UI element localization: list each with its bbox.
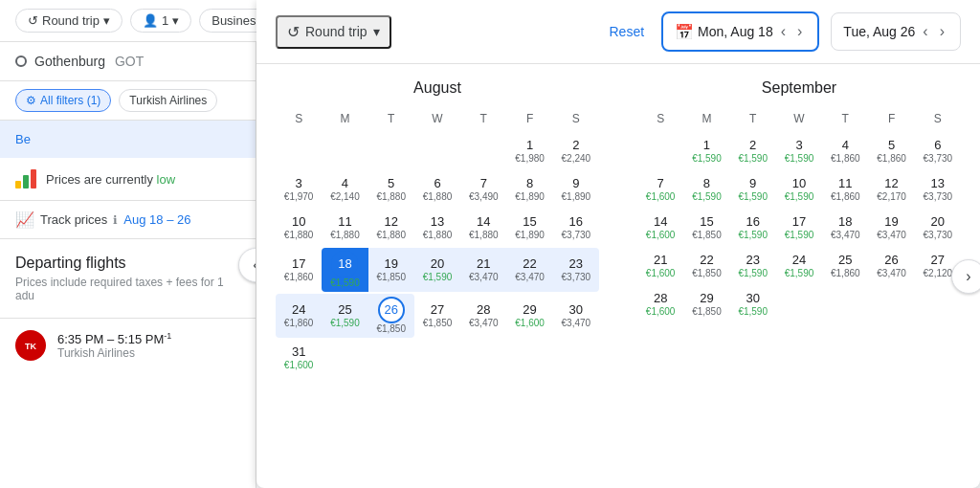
sep-day-12[interactable]: 12€2,170 (868, 171, 914, 208)
aug-day-6[interactable]: 6€1,880 (414, 171, 460, 208)
aug-empty (276, 133, 322, 169)
aug-day-12[interactable]: 12€1,880 (368, 210, 414, 246)
aug-day-5[interactable]: 5€1,880 (368, 171, 414, 208)
start-date-prev-button[interactable]: ‹ (777, 19, 790, 44)
start-date-selector[interactable]: 📅 Mon, Aug 18 ‹ › (661, 11, 819, 52)
sep-day-9[interactable]: 9€1,590 (730, 171, 776, 208)
sep-day-22[interactable]: 22€1,850 (683, 248, 729, 284)
roundtrip-button[interactable]: ↺ Round trip ▾ (15, 9, 122, 33)
aug-day-8[interactable]: 8€1,890 (506, 171, 552, 208)
sep-day-17[interactable]: 17€1,590 (776, 210, 822, 246)
sep-day-25[interactable]: 25€1,860 (822, 248, 868, 284)
sep-day-18[interactable]: 18€3,470 (822, 210, 868, 246)
passengers-chevron: ▾ (172, 13, 179, 28)
aug-day-10[interactable]: 10€1,880 (276, 210, 322, 246)
sep-day-3[interactable]: 3€1,590 (776, 133, 822, 169)
sep-day-10[interactable]: 10€1,590 (776, 171, 822, 208)
sep-day-6[interactable]: 6€3,730 (915, 133, 961, 169)
all-filters-button[interactable]: ⚙ All filters (1) (15, 89, 111, 112)
aug-day-20[interactable]: 20€1,590 (414, 248, 460, 292)
end-date-selector[interactable]: Tue, Aug 26 ‹ › (831, 12, 961, 51)
calendar-icon: 📅 (675, 23, 694, 41)
reset-button[interactable]: Reset (604, 18, 651, 45)
aug-day-25[interactable]: 25€1,590 (322, 294, 368, 338)
flight-card[interactable]: TK 6:35 PM – 5:15 PM-1 Turkish Airlines (0, 318, 256, 372)
passengers-button[interactable]: 👤 1 ▾ (130, 9, 191, 33)
aug-day-13[interactable]: 13€1,880 (414, 210, 460, 246)
aug-week-3: 10€1,880 11€1,880 12€1,880 13€1,880 14€1… (276, 210, 599, 246)
aug-empty (553, 340, 599, 376)
aug-day-27[interactable]: 27€1,850 (414, 294, 460, 338)
track-text: Track prices (40, 212, 107, 227)
sep-day-4[interactable]: 4€1,860 (822, 133, 868, 169)
aug-day-26[interactable]: 26 €1,850 (368, 294, 414, 338)
aug-day-1[interactable]: 1€1,980 (506, 133, 552, 169)
aug-day-22[interactable]: 22€3,470 (506, 248, 552, 292)
aug-day-19[interactable]: 19€1,850 (368, 248, 414, 292)
start-date-next-button[interactable]: › (793, 19, 806, 44)
aug-empty (414, 133, 460, 169)
sep-day-20[interactable]: 20€3,730 (915, 210, 961, 246)
aug-day-9[interactable]: 9€1,890 (553, 171, 599, 208)
aug-day-4[interactable]: 4€2,140 (322, 171, 368, 208)
sep-day-26[interactable]: 26€3,470 (868, 248, 914, 284)
calendar-body: August S M T W T F S (256, 64, 980, 488)
cal-roundtrip-button[interactable]: ↺ Round trip ▾ (276, 15, 391, 49)
sep-day-14[interactable]: 14€1,600 (637, 210, 683, 246)
aug-day-3[interactable]: 3€1,970 (276, 171, 322, 208)
aug-week-6: 31€1,600 (276, 340, 599, 376)
best-label: Be (15, 132, 31, 146)
sep-day-21[interactable]: 21€1,600 (637, 248, 683, 284)
aug-day-23[interactable]: 23€3,730 (553, 248, 599, 292)
airline-filter-button[interactable]: Turkish Airlines (119, 89, 217, 112)
sep-day-23[interactable]: 23€1,590 (730, 248, 776, 284)
aug-day-21[interactable]: 21€3,470 (460, 248, 506, 292)
aug-day-18[interactable]: 18 €1,590 (322, 248, 368, 292)
sep-day-30[interactable]: 30€1,590 (730, 286, 776, 322)
end-date-next-button[interactable]: › (936, 19, 948, 44)
sep-day-5[interactable]: 5€1,860 (868, 133, 914, 169)
aug-empty (322, 133, 368, 169)
prices-static: Prices are currently (46, 172, 153, 187)
aug-day-15[interactable]: 15€1,890 (506, 210, 552, 246)
sep-day-1[interactable]: 1€1,590 (683, 133, 729, 169)
aug-day-2[interactable]: 2€2,240 (553, 133, 599, 169)
sep-day-24[interactable]: 24€1,590 (776, 248, 822, 284)
sep-day-15[interactable]: 15€1,850 (683, 210, 729, 246)
svg-text:TK: TK (25, 342, 36, 351)
aug-day-31[interactable]: 31€1,600 (276, 340, 322, 376)
aug-day-16[interactable]: 16€3,730 (553, 210, 599, 246)
sep-day-8[interactable]: 8€1,590 (683, 171, 729, 208)
aug-week-4: 17€1,860 18 €1,590 19€1,850 20€1,590 21€… (276, 248, 599, 292)
sep-day-29[interactable]: 29€1,850 (683, 286, 729, 322)
end-date-prev-button[interactable]: ‹ (919, 19, 931, 44)
aug-day-17[interactable]: 17€1,860 (276, 248, 322, 292)
flight-sup: -1 (164, 331, 171, 341)
sep-empty (822, 286, 868, 322)
aug-day-29[interactable]: 29€1,600 (506, 294, 552, 338)
aug-day-11[interactable]: 11€1,880 (322, 210, 368, 246)
aug-day-14[interactable]: 14€1,880 (460, 210, 506, 246)
sep-week-5: 28€1,600 29€1,850 30€1,590 (637, 286, 961, 322)
roundtrip-chevron: ▾ (103, 13, 110, 28)
passengers-count: 1 (162, 13, 168, 28)
sep-day-13[interactable]: 13€3,730 (915, 171, 961, 208)
sep-day-11[interactable]: 11€1,860 (822, 171, 868, 208)
aug-week-2: 3€1,970 4€2,140 5€1,880 6€1,880 7€3,490 … (276, 171, 599, 208)
aug-day-30[interactable]: 30€3,470 (553, 294, 599, 338)
info-icon: ℹ (113, 213, 118, 227)
august-dow-row: S M T W T F S (276, 108, 599, 129)
sep-day-2[interactable]: 2€1,590 (730, 133, 776, 169)
aug-day-28[interactable]: 28€3,470 (460, 294, 506, 338)
sep-day-16[interactable]: 16€1,590 (730, 210, 776, 246)
next-month-arrow-button[interactable]: › (951, 259, 980, 294)
aug-dow-3: W (414, 108, 460, 129)
sep-day-19[interactable]: 19€3,470 (868, 210, 914, 246)
aug-empty (414, 340, 460, 376)
aug-day-7[interactable]: 7€3,490 (460, 171, 506, 208)
aug-day-24[interactable]: 24€1,860 (276, 294, 322, 338)
sep-day-28[interactable]: 28€1,600 (637, 286, 683, 322)
filter-icon: ⚙ (26, 94, 36, 107)
sep-day-7[interactable]: 7€1,600 (637, 171, 683, 208)
sep-dow-row: S M T W T F S (637, 108, 961, 129)
